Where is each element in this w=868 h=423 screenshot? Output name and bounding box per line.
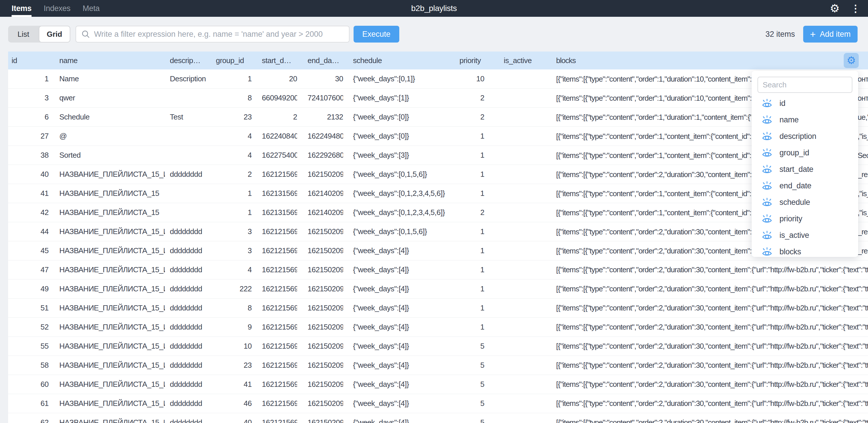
blocks-overflow-fragment: Seco <box>858 146 868 165</box>
kebab-menu-icon[interactable]: ⋮ <box>850 3 861 13</box>
column-toggle-description[interactable]: description <box>757 128 852 145</box>
column-toggle-blocks[interactable]: blocks <box>757 244 852 257</box>
cell-group_id: 9 <box>216 323 252 332</box>
cell-id: 51 <box>11 303 49 312</box>
table-row[interactable]: 51НАЗВАНИЕ_ПЛЕЙЛИСТА_15_ИЗМЕНdddddddd816… <box>8 299 868 318</box>
cell-start_date: 1621315699 <box>262 208 297 217</box>
table-row[interactable]: 6ScheduleTest2322132{"week_days":[0]}2[{… <box>8 108 868 127</box>
column-toggle-start_date[interactable]: start_date <box>757 161 852 178</box>
column-toggle-label: name <box>779 116 799 124</box>
cell-start_date: 20 <box>262 74 297 83</box>
cell-group_id: 2 <box>216 170 252 179</box>
cell-group_id: 40 <box>216 418 252 423</box>
cell-name: НАЗВАНИЕ_ПЛЕЙЛИСТА_15 <box>59 208 165 217</box>
cell-name: НАЗВАНИЕ_ПЛЕЙЛИСТА_15_ИЗМЕН <box>59 418 165 423</box>
column-search-input[interactable] <box>757 77 852 93</box>
cell-description: dddddddd <box>170 323 211 332</box>
cell-priority: 1 <box>460 284 484 293</box>
column-toggle-end_date[interactable]: end_date <box>757 178 852 194</box>
filter-expression-input[interactable] <box>94 30 344 39</box>
table-row[interactable]: 49НАЗВАНИЕ_ПЛЕЙЛИСТА_15_ИЗМЕНdddddddd222… <box>8 279 868 299</box>
cell-schedule: {"week_days":[0,1,5,6]} <box>353 170 452 179</box>
column-toggle-is_active[interactable]: is_active <box>757 227 852 244</box>
table-row[interactable]: 62НАЗВАНИЕ_ПЛЕЙЛИСТА_15_ИЗМЕНdddddddd401… <box>8 413 868 423</box>
tab-meta[interactable]: Meta <box>83 0 100 17</box>
cell-start_date: 660949200 <box>262 93 297 102</box>
items-table: idnamedescrip…group_idstart_d…end_da…sch… <box>8 52 868 423</box>
table-row[interactable]: 38Sorted416227540001622926800{"week_days… <box>8 146 868 165</box>
tab-items[interactable]: Items <box>11 0 32 17</box>
table-row[interactable]: 3qwer8660949200724107600{"week_days":[1]… <box>8 89 868 108</box>
table-row[interactable]: 55НАЗВАНИЕ_ПЛЕЙЛИСТА_15_ИЗМЕНdddddddd101… <box>8 337 868 356</box>
column-toggle-priority[interactable]: priority <box>757 211 852 227</box>
settings-gear-icon[interactable]: ⚙ <box>830 3 840 14</box>
table-row[interactable]: 52НАЗВАНИЕ_ПЛЕЙЛИСТА_15_ИЗМЕНdddddddd916… <box>8 318 868 337</box>
cell-priority: 1 <box>460 265 484 274</box>
cell-blocks: [{"items":[{"type":"content","order":2,"… <box>556 399 868 408</box>
blocks-json-text: [{"items":[{"type":"content","order":2,"… <box>556 380 868 389</box>
topbar-icons: ⚙ ⋮ <box>830 0 861 17</box>
table-row[interactable]: 58НАЗВАНИЕ_ПЛЕЙЛИСТА_15_ИЗМЕНdddddddd231… <box>8 356 868 375</box>
execute-button[interactable]: Execute <box>353 26 399 42</box>
eye-visibility-icon <box>762 132 773 142</box>
view-toggle-grid[interactable]: Grid <box>39 26 71 42</box>
cell-priority: 1 <box>460 227 484 236</box>
eye-visibility-icon <box>762 198 773 207</box>
table-row[interactable]: 41НАЗВАНИЕ_ПЛЕЙЛИСТА_1511621315699162140… <box>8 184 868 203</box>
table-row[interactable]: 27@416224084001622494800{"week_days":[0]… <box>8 127 868 146</box>
cell-blocks: [{"items":[{"type":"content","order":2,"… <box>556 284 868 293</box>
cell-schedule: {"week_days":[4]} <box>353 323 452 332</box>
table-row[interactable]: 40НАЗВАНИЕ_ПЛЕЙЛИСТА_15_ИЗМЕНdddddddd216… <box>8 165 868 184</box>
column-settings-gear-icon: ⚙ <box>846 55 856 66</box>
cell-id: 55 <box>11 342 49 351</box>
blocks-json-text: [{"items":[{"type":"content","order":2,"… <box>556 323 868 331</box>
blocks-json-text: [{"items":[{"type":"content","order":2,"… <box>556 303 868 312</box>
plus-icon: + <box>810 29 816 39</box>
cell-id: 44 <box>11 227 49 236</box>
table-row[interactable]: 61НАЗВАНИЕ_ПЛЕЙЛИСТА_15_ИЗМЕНdddddddd461… <box>8 394 868 413</box>
table-row[interactable]: 60НАЗВАНИЕ_ПЛЕЙЛИСТА_15_ИЗМЕНdddddddd411… <box>8 375 868 394</box>
cell-schedule: {"week_days":[4]} <box>353 284 452 293</box>
column-header-group_id: group_id <box>216 56 252 65</box>
add-item-button[interactable]: + Add item <box>803 26 858 42</box>
cell-id: 52 <box>11 323 49 332</box>
cell-name: @ <box>59 132 165 141</box>
table-header-row: idnamedescrip…group_idstart_d…end_da…sch… <box>8 52 868 69</box>
table-row[interactable]: 45НАЗВАНИЕ_ПЛЕЙЛИСТА_15_ИЗМЕНdddddddd316… <box>8 241 868 261</box>
cell-priority: 1 <box>460 151 484 160</box>
tab-indexes[interactable]: Indexes <box>44 0 70 17</box>
cell-start_date: 1621215699 <box>262 361 297 370</box>
cell-group_id: 1 <box>216 189 252 198</box>
column-toggle-label: is_active <box>779 231 809 240</box>
column-toggle-label: description <box>779 132 816 141</box>
blocks-json-text: [{"items":[{"type":"content","order":1,"… <box>556 94 752 103</box>
table-row[interactable]: 42НАЗВАНИЕ_ПЛЕЙЛИСТА_1511621315699162140… <box>8 203 868 222</box>
cell-schedule: {"week_days":[4]} <box>353 418 452 423</box>
cell-priority: 2 <box>460 93 484 102</box>
cell-description: dddddddd <box>170 246 211 255</box>
blocks-json-text: [{"items":[{"type":"content","order":2,"… <box>556 361 868 369</box>
cell-name: НАЗВАНИЕ_ПЛЕЙЛИСТА_15_ИЗМЕН <box>59 265 165 274</box>
table-row[interactable]: 1NameDescription12030{"week_days":[0,1]}… <box>8 69 868 89</box>
column-toggle-label: blocks <box>779 247 801 256</box>
view-toggle-list[interactable]: List <box>8 26 39 42</box>
table-row[interactable]: 44НАЗВАНИЕ_ПЛЕЙЛИСТА_15_ИЗМЕНdddddddd316… <box>8 222 868 241</box>
eye-visibility-icon <box>762 148 773 158</box>
cell-group_id: 46 <box>216 399 252 408</box>
eye-visibility-icon <box>762 181 773 191</box>
blocks-overflow-fragment: _rep <box>858 165 868 184</box>
cell-end_date: 1621502099 <box>308 265 343 274</box>
cell-schedule: {"week_days":[0]} <box>353 113 452 122</box>
column-toggle-id[interactable]: id <box>757 95 852 112</box>
column-toggle-group_id[interactable]: group_id <box>757 145 852 161</box>
cell-description: dddddddd <box>170 284 211 293</box>
cell-group_id: 41 <box>216 380 252 389</box>
column-settings-button[interactable]: ⚙ <box>844 53 859 68</box>
cell-description: dddddddd <box>170 361 211 370</box>
cell-schedule: {"week_days":[4]} <box>353 246 452 255</box>
cell-description: dddddddd <box>170 418 211 423</box>
table-row[interactable]: 47НАЗВАНИЕ_ПЛЕЙЛИСТА_15_ИЗМЕНdddddddd416… <box>8 261 868 279</box>
column-toggle-name[interactable]: name <box>757 112 852 128</box>
column-toggle-label: end_date <box>779 181 811 190</box>
column-toggle-schedule[interactable]: schedule <box>757 194 852 211</box>
